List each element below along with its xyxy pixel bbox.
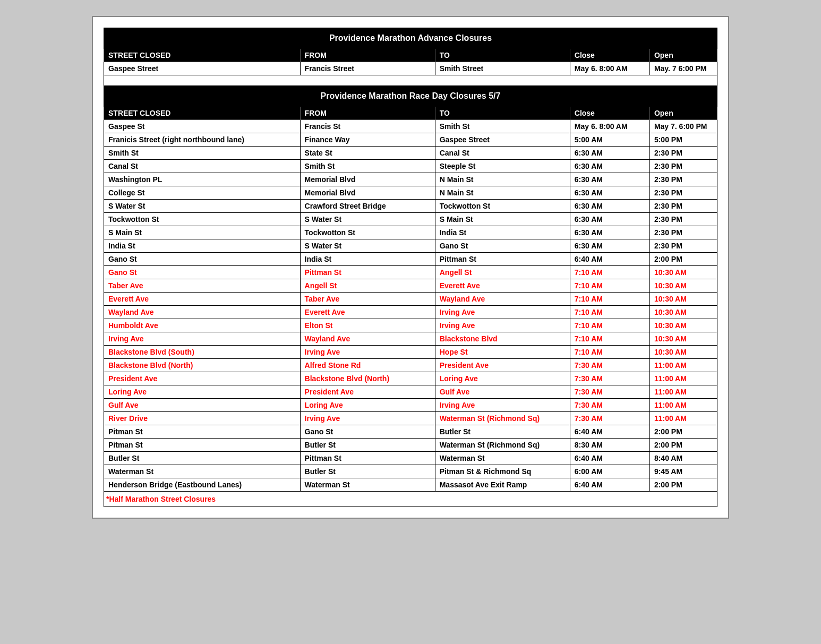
- race-street-21: Gulf Ave: [104, 399, 301, 412]
- advance-header-open: Open: [649, 49, 717, 62]
- race-row-17: Blackstone Blvd (South)Irving AveHope St…: [104, 346, 717, 359]
- race-street-9: India St: [104, 239, 301, 253]
- race-from-0: Francis St: [300, 120, 435, 133]
- race-open-27: 2:00 PM: [649, 478, 717, 492]
- advance-open-0: May. 7 6:00 PM: [649, 62, 717, 75]
- race-open-18: 11:00 AM: [649, 359, 717, 372]
- race-street-23: Pitman St: [104, 425, 301, 439]
- race-row-16: Irving AveWayland AveBlackstone Blvd7:10…: [104, 332, 717, 346]
- race-to-14: Irving Ave: [435, 306, 570, 319]
- race-to-20: Gulf Ave: [435, 385, 570, 399]
- race-row-18: Blackstone Blvd (North)Alfred Stone RdPr…: [104, 359, 717, 372]
- race-close-7: 6:30 AM: [570, 213, 649, 226]
- race-to-17: Hope St: [435, 346, 570, 359]
- race-street-17: Blackstone Blvd (South): [104, 346, 301, 359]
- race-row-15: Humboldt AveElton StIrving Ave7:10 AM10:…: [104, 319, 717, 332]
- race-header-to: TO: [435, 107, 570, 120]
- race-street-1: Franicis Street (right northbound lane): [104, 133, 301, 147]
- race-row-13: Everett AveTaber AveWayland Ave7:10 AM10…: [104, 293, 717, 306]
- race-open-7: 2:30 PM: [649, 213, 717, 226]
- race-to-2: Canal St: [435, 147, 570, 160]
- race-open-25: 8:40 AM: [649, 452, 717, 465]
- race-to-19: Loring Ave: [435, 372, 570, 385]
- race-from-11: Pittman St: [300, 266, 435, 279]
- race-close-26: 6:00 AM: [570, 465, 649, 478]
- race-street-7: Tockwotton St: [104, 213, 301, 226]
- spacer-row: [104, 75, 717, 86]
- race-close-0: May 6. 8:00 AM: [570, 120, 649, 133]
- race-to-4: N Main St: [435, 173, 570, 186]
- race-row-25: Butler StPittman StWaterman St6:40 AM8:4…: [104, 452, 717, 465]
- race-close-27: 6:40 AM: [570, 478, 649, 492]
- race-to-0: Smith St: [435, 120, 570, 133]
- advance-closures-title: Providence Marathon Advance Closures: [104, 28, 717, 49]
- race-row-11: Gano StPittman StAngell St7:10 AM10:30 A…: [104, 266, 717, 279]
- race-street-4: Washington PL: [104, 173, 301, 186]
- race-street-25: Butler St: [104, 452, 301, 465]
- advance-close-0: May 6. 8:00 AM: [570, 62, 649, 75]
- race-open-26: 9:45 AM: [649, 465, 717, 478]
- race-street-8: S Main St: [104, 226, 301, 239]
- race-to-9: Gano St: [435, 239, 570, 253]
- race-row-22: River DriveIrving AveWaterman St (Richmo…: [104, 412, 717, 425]
- race-row-27: Henderson Bridge (Eastbound Lanes)Waterm…: [104, 478, 717, 492]
- race-row-4: Washington PLMemorial BlvdN Main St6:30 …: [104, 173, 717, 186]
- advance-to-0: Smith Street: [435, 62, 570, 75]
- race-from-17: Irving Ave: [300, 346, 435, 359]
- race-close-13: 7:10 AM: [570, 293, 649, 306]
- race-row-7: Tockwotton StS Water StS Main St6:30 AM2…: [104, 213, 717, 226]
- race-to-13: Wayland Ave: [435, 293, 570, 306]
- footer-note: *Half Marathon Street Closures: [104, 492, 717, 507]
- race-close-3: 6:30 AM: [570, 160, 649, 173]
- race-open-12: 10:30 AM: [649, 279, 717, 293]
- race-to-21: Irving Ave: [435, 399, 570, 412]
- race-row-21: Gulf AveLoring AveIrving Ave7:30 AM11:00…: [104, 399, 717, 412]
- race-from-22: Irving Ave: [300, 412, 435, 425]
- race-from-1: Finance Way: [300, 133, 435, 147]
- race-close-9: 6:30 AM: [570, 239, 649, 253]
- race-street-13: Everett Ave: [104, 293, 301, 306]
- race-from-9: S Water St: [300, 239, 435, 253]
- race-close-5: 6:30 AM: [570, 186, 649, 200]
- race-from-26: Butler St: [300, 465, 435, 478]
- race-street-24: Pitman St: [104, 439, 301, 452]
- race-from-7: S Water St: [300, 213, 435, 226]
- race-open-21: 11:00 AM: [649, 399, 717, 412]
- advance-header-close: Close: [570, 49, 649, 62]
- race-row-19: President AveBlackstone Blvd (North)Lori…: [104, 372, 717, 385]
- race-open-6: 2:30 PM: [649, 200, 717, 213]
- race-to-24: Waterman St (Richmond Sq): [435, 439, 570, 452]
- race-street-11: Gano St: [104, 266, 301, 279]
- race-to-16: Blackstone Blvd: [435, 332, 570, 346]
- race-to-3: Steeple St: [435, 160, 570, 173]
- race-row-1: Franicis Street (right northbound lane)F…: [104, 133, 717, 147]
- race-to-11: Angell St: [435, 266, 570, 279]
- race-to-7: S Main St: [435, 213, 570, 226]
- race-row-10: Gano StIndia StPittman St6:40 AM2:00 PM: [104, 253, 717, 266]
- race-to-26: Pitman St & Richmond Sq: [435, 465, 570, 478]
- race-to-12: Everett Ave: [435, 279, 570, 293]
- race-to-5: N Main St: [435, 186, 570, 200]
- race-close-20: 7:30 AM: [570, 385, 649, 399]
- race-row-24: Pitman StButler StWaterman St (Richmond …: [104, 439, 717, 452]
- race-open-11: 10:30 AM: [649, 266, 717, 279]
- race-from-3: Smith St: [300, 160, 435, 173]
- race-from-12: Angell St: [300, 279, 435, 293]
- race-open-15: 10:30 AM: [649, 319, 717, 332]
- race-from-20: President Ave: [300, 385, 435, 399]
- race-close-24: 8:30 AM: [570, 439, 649, 452]
- race-from-4: Memorial Blvd: [300, 173, 435, 186]
- race-from-23: Gano St: [300, 425, 435, 439]
- race-from-8: Tockwotton St: [300, 226, 435, 239]
- race-from-14: Everett Ave: [300, 306, 435, 319]
- race-close-6: 6:30 AM: [570, 200, 649, 213]
- race-to-27: Massasot Ave Exit Ramp: [435, 478, 570, 492]
- race-street-0: Gaspee St: [104, 120, 301, 133]
- race-close-14: 7:10 AM: [570, 306, 649, 319]
- race-row-23: Pitman StGano StButler St6:40 AM2:00 PM: [104, 425, 717, 439]
- race-to-6: Tockwotton St: [435, 200, 570, 213]
- race-street-26: Waterman St: [104, 465, 301, 478]
- race-open-1: 5:00 PM: [649, 133, 717, 147]
- race-from-18: Alfred Stone Rd: [300, 359, 435, 372]
- race-from-13: Taber Ave: [300, 293, 435, 306]
